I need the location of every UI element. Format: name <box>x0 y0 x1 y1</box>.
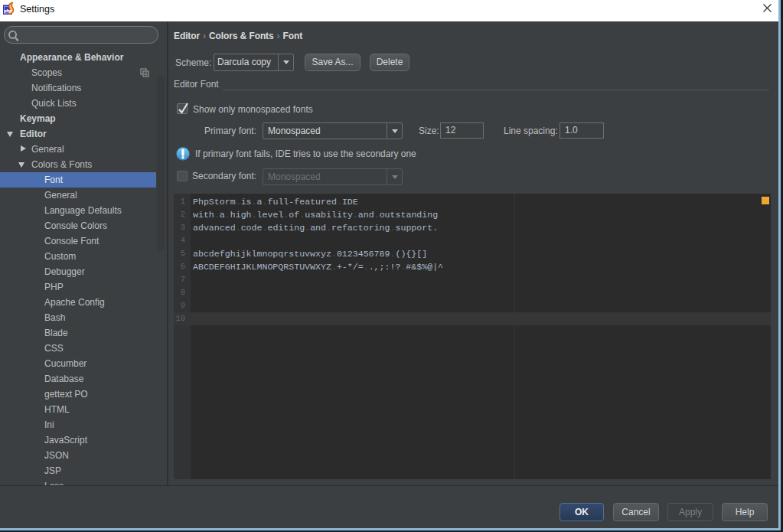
svg-text:php: php <box>4 8 12 13</box>
